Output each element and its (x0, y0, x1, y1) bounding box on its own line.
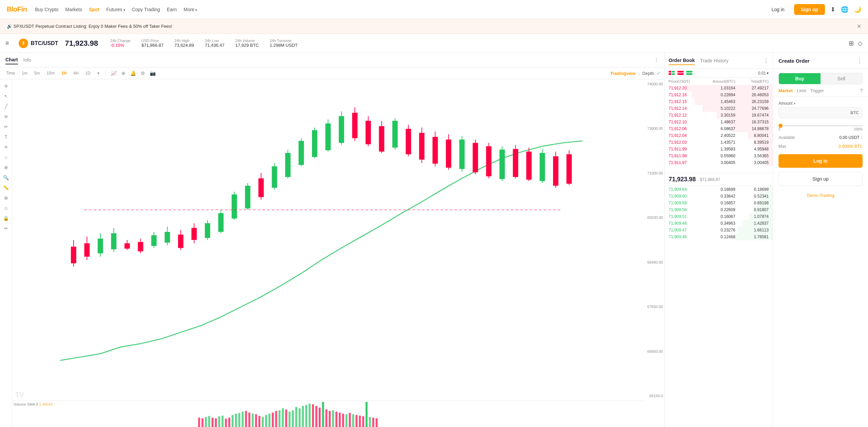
tab-limit[interactable]: Limit (797, 88, 806, 93)
ob-both-view-btn[interactable] (669, 71, 675, 76)
ob-ask-row-3[interactable]: 71,912.14 5.10222 24.77696 (665, 105, 773, 112)
ob-ask-view-btn[interactable] (677, 71, 684, 76)
tab-market[interactable]: Market (778, 88, 793, 93)
signup-order-button[interactable]: Sign up (778, 172, 863, 186)
buy-button[interactable]: Buy (779, 73, 821, 84)
svg-rect-101 (278, 410, 280, 427)
timeframe-4h[interactable]: 4H (71, 70, 80, 77)
ob-ask-row-5[interactable]: 71,912.10 1.48637 16.37315 (665, 119, 773, 125)
measure-tool[interactable]: ⊕ (3, 163, 9, 171)
ob-ask-row-7[interactable]: 71,912.04 2.40522 8.80041 (665, 132, 773, 139)
timeframe-15m[interactable]: 15m (45, 70, 57, 77)
ob-bid-view-btn[interactable] (686, 71, 692, 76)
ob-bid-row-3[interactable]: 71,909.56 0.22609 0.91807 (665, 206, 773, 213)
ob-ask-row-6[interactable]: 71,912.06 6.08637 14.88678 (665, 125, 773, 132)
ob-bid-row-6[interactable]: 71,909.47 0.23276 1.66113 (665, 227, 773, 233)
price-label-0: 74000.00 (645, 82, 663, 86)
draw-line-tool[interactable]: ╱ (3, 102, 9, 110)
svg-rect-53 (419, 133, 425, 160)
tab-trade-history[interactable]: Trade History (700, 57, 729, 65)
ob-bid-row-5[interactable]: 71,909.48 0.34963 1.42837 (665, 220, 773, 227)
banner-close-button[interactable]: ✕ (857, 23, 861, 29)
ob-ask-row-2[interactable]: 71,912.15 1.45463 26.23159 (665, 98, 773, 105)
nav-more[interactable]: More (183, 5, 197, 14)
tab-orderbook[interactable]: Order Book (669, 56, 695, 65)
ob-bid-row-2[interactable]: 71,909.58 0.16857 0.69198 (665, 200, 773, 206)
ticker-menu-icon[interactable]: ≡ (5, 40, 9, 47)
magnet-tool[interactable]: ⊗ (3, 194, 9, 202)
alert-icon[interactable]: 🔔 (129, 69, 137, 77)
timeframe-1m[interactable]: 1m (20, 70, 29, 77)
stat-turnover-value: 1.298M USDT (270, 43, 297, 48)
max-value[interactable]: 0.00000 BTC (839, 144, 863, 149)
download-icon[interactable]: ⬇ (830, 6, 835, 13)
ob-bid-row-0[interactable]: 71,909.64 0.18699 0.18699 (665, 186, 773, 193)
timeframe-1d[interactable]: 1D (83, 70, 93, 77)
crosshair-tool[interactable]: ✛ (3, 82, 9, 90)
chart-main-area[interactable] (12, 79, 644, 401)
ob-bid-row-1[interactable]: 71,909.60 0.33642 0.52341 (665, 193, 773, 200)
ob-ask-row-0[interactable]: 71,912.20 1.03164 27.49217 (665, 85, 773, 92)
timeframe-5m[interactable]: 5m (32, 70, 42, 77)
nav-earn[interactable]: Earn (167, 5, 177, 14)
cursor-tool[interactable]: ↖ (3, 92, 9, 100)
nav-futures[interactable]: Futures (106, 5, 125, 14)
logo[interactable]: BloFin (7, 5, 27, 13)
tab-chart[interactable]: Chart (5, 56, 18, 64)
ob-ask-row-1[interactable]: 71,912.18 0.22894 26.46053 (665, 92, 773, 98)
settings-icon[interactable]: ⚙ (140, 69, 146, 77)
order-help-icon[interactable]: ? (860, 88, 863, 93)
order-panel-menu-icon[interactable]: ⋮ (856, 57, 863, 64)
line-chart-icon[interactable]: 📈 (110, 69, 118, 77)
amount-input-wrap[interactable]: BTC (778, 107, 863, 118)
chart-type-icon[interactable]: ◇ (858, 40, 863, 47)
login-order-button[interactable]: Log in (778, 154, 863, 168)
nav-markets[interactable]: Markets (65, 5, 82, 14)
ob-ask-row-9[interactable]: 71,911.99 1.39583 4.95948 (665, 146, 773, 152)
ob-ask-row-11[interactable]: 71,911.97 3.00405 3.00405 (665, 159, 773, 166)
depth-expand-icon[interactable]: ⤢ (657, 71, 660, 76)
amount-input[interactable] (782, 110, 850, 115)
timeframe-1h[interactable]: 1H (59, 70, 68, 77)
orderbook-settings-icon[interactable]: ⋮ (763, 58, 769, 64)
indicators-icon[interactable]: ⊕ (120, 69, 126, 77)
theme-icon[interactable]: 🌙 (854, 6, 861, 13)
edit-tool[interactable]: ✏ (3, 224, 9, 232)
pen-tool[interactable]: ✏ (3, 123, 9, 131)
indicators-tool[interactable]: ≋ (3, 113, 9, 121)
signup-button[interactable]: Sign up (794, 4, 825, 15)
grid-view-icon[interactable]: ⊞ (849, 40, 854, 47)
tab-trigger[interactable]: Trigger (810, 88, 824, 93)
login-button[interactable]: Log in (768, 5, 789, 14)
lock-tool[interactable]: 🔒 (2, 214, 10, 222)
create-order-panel: Create Order ⋮ Buy Sell Market Limit Tri… (773, 53, 868, 427)
ob-bid-row-4[interactable]: 71,909.51 0.16067 1.07874 (665, 213, 773, 220)
chart-settings-icon[interactable]: ⋮ (654, 57, 659, 63)
demo-trading-button[interactable]: Demo Trading (778, 190, 863, 201)
fibonacci-tool[interactable]: ⌂ (3, 153, 8, 161)
ob-ask-row-10[interactable]: 71,911.98 0.55960 3.56365 (665, 152, 773, 159)
ticker-pair[interactable]: ₿ BTC/USDT (19, 39, 58, 48)
nav-spot[interactable]: Spot (89, 5, 99, 14)
text-tool[interactable]: T (3, 133, 9, 141)
emoji-tool[interactable]: ☺ (2, 204, 9, 212)
camera-icon[interactable]: 📷 (149, 69, 157, 77)
language-icon[interactable]: 🌐 (841, 6, 848, 13)
ob-bid-row-7[interactable]: 71,909.46 0.12468 1.78581 (665, 233, 773, 240)
nav-buy-crypto[interactable]: Buy Crypto (35, 5, 58, 14)
ob-precision-selector[interactable]: 0.01 ▾ (758, 71, 769, 76)
sell-button[interactable]: Sell (821, 73, 862, 84)
timeframe-more[interactable]: ▾ (95, 70, 101, 77)
ob-ask-row-8[interactable]: 71,912.03 1.43571 6.39519 (665, 139, 773, 146)
tab-info[interactable]: Info (23, 56, 31, 64)
amount-slider[interactable] (778, 125, 863, 126)
ruler-tool[interactable]: 📏 (2, 184, 10, 192)
tradingview-link[interactable]: Tradingview (610, 71, 636, 76)
ob-ask-row-4[interactable]: 71,912.12 3.30159 19.67474 (665, 112, 773, 119)
depth-label[interactable]: Depth (642, 71, 654, 76)
nav-copy-trading[interactable]: Copy Trading (132, 5, 160, 14)
timeframe-time[interactable]: Time (4, 70, 17, 77)
available-transfer-icon[interactable]: ↕ (861, 135, 863, 140)
shape-tool[interactable]: ✳ (3, 143, 9, 151)
zoom-in-tool[interactable]: 🔍 (2, 174, 10, 182)
